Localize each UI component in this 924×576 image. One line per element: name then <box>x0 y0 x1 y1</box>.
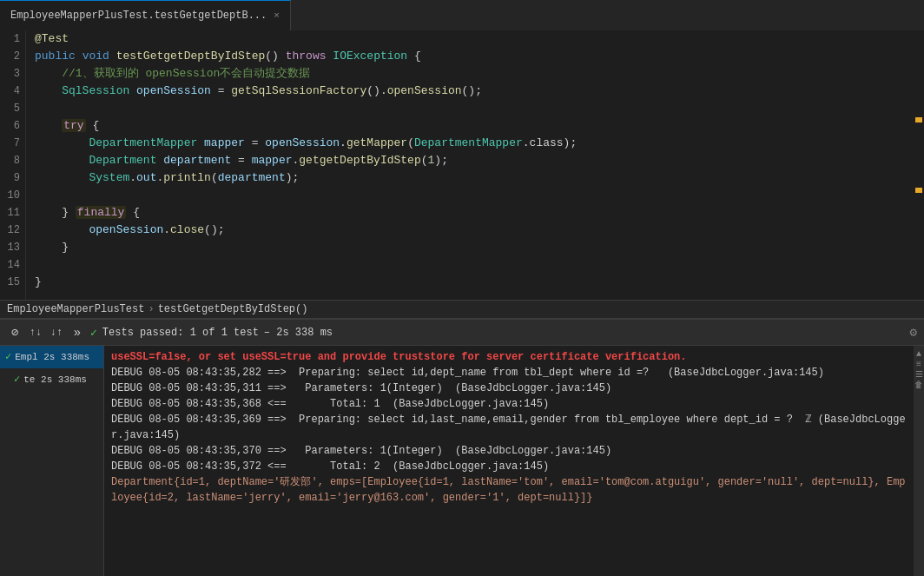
panel-body: ✓ Empl 2s 338ms ✓ te 2s 338ms useSSL=fal… <box>0 346 924 576</box>
code-line: SqlSession openSession = getSqlSessionFa… <box>35 83 924 100</box>
tests-passed-label: Tests passed: 1 of 1 test <box>102 327 259 339</box>
scroll-marker <box>915 188 922 193</box>
log-line-5: DEBUG 08-05 08:43:35,370 ==> Parameters:… <box>111 443 907 459</box>
log-line-error: useSSL=false, or set useSSL=true and pro… <box>111 349 907 365</box>
run-panel: ⊘ ↑↓ ↓↑ » ✓ Tests passed: 1 of 1 test – … <box>0 319 924 576</box>
code-line: //1、获取到的 openSession不会自动提交数据 <box>35 65 924 83</box>
settings-button[interactable]: ⚙ <box>910 325 917 340</box>
breadcrumb-separator: › <box>148 303 154 315</box>
scroll-list-icon[interactable]: ☰ <box>914 370 923 379</box>
scroll-up-icon[interactable]: ▲ <box>914 349 923 358</box>
check-icon: ✓ <box>5 348 11 366</box>
code-line: openSession.close(); <box>35 222 924 239</box>
breadcrumb: EmployeeMapperPlusTest › testGetgetDeptB… <box>0 300 924 319</box>
log-line-4: DEBUG 08-05 08:43:35,369 ==> Preparing: … <box>111 412 907 443</box>
breadcrumb-class: EmployeeMapperPlusTest <box>7 303 144 315</box>
panel-scrollbar: ▲ ≡ ☰ 🗑 <box>914 346 924 576</box>
sort-asc-button[interactable]: ↑↓ <box>28 325 43 341</box>
code-line: Department department = mapper.getgetDep… <box>35 152 924 169</box>
code-line: DepartmentMapper mapper = openSession.ge… <box>35 135 924 152</box>
log-line-result: Department{id=1, deptName='研发部', emps=[E… <box>111 474 907 506</box>
test-tree: ✓ Empl 2s 338ms ✓ te 2s 338ms <box>0 346 104 576</box>
code-line: try { <box>35 117 924 135</box>
code-line: System.out.println(department); <box>35 169 924 187</box>
active-tab[interactable]: EmployeeMapperPlusTest.testGetgetDeptB..… <box>0 0 291 30</box>
code-line: } finally { <box>35 204 924 222</box>
log-line-6: DEBUG 08-05 08:43:35,372 <== Total: 2 (B… <box>111 459 907 474</box>
run-toolbar-left: ⊘ ↑↓ ↓↑ » ✓ Tests passed: 1 of 1 test – … <box>7 325 905 341</box>
log-line-1: DEBUG 08-05 08:43:35,282 ==> Preparing: … <box>111 365 907 381</box>
editor-scrollbar[interactable] <box>914 30 924 300</box>
stop-button[interactable]: ⊘ <box>7 325 23 341</box>
code-content[interactable]: @Test public void testGetgetDeptByIdStep… <box>26 30 924 300</box>
tab-close-button[interactable]: × <box>274 10 280 21</box>
run-toolbar: ⊘ ↑↓ ↓↑ » ✓ Tests passed: 1 of 1 test – … <box>0 320 924 346</box>
tab-label: EmployeeMapperPlusTest.testGetgetDeptB..… <box>10 10 267 22</box>
code-line <box>35 256 924 274</box>
code-line: @Test <box>35 30 924 48</box>
tab-bar: EmployeeMapperPlusTest.testGetgetDeptB..… <box>0 0 924 30</box>
more-button[interactable]: » <box>69 325 85 341</box>
pass-icon: ✓ <box>90 326 97 340</box>
code-line: public void testGetgetDeptByIdStep() thr… <box>35 48 924 65</box>
sort-desc-button[interactable]: ↓↑ <box>49 325 64 341</box>
code-line: } <box>35 239 924 256</box>
run-status: ✓ Tests passed: 1 of 1 test – 2s 338 ms <box>90 326 333 340</box>
code-line <box>35 187 924 204</box>
check-icon: ✓ <box>14 371 20 388</box>
duration-label: – 2s 338 ms <box>264 327 333 339</box>
log-line-3: DEBUG 08-05 08:43:35,368 <== Total: 1 (B… <box>111 396 907 412</box>
code-editor: 1 2 3 4 5 6 7 8 9 10 11 12 13 14 15 @Tes… <box>0 30 924 300</box>
tree-item-te[interactable]: ✓ te 2s 338ms <box>0 368 103 391</box>
code-line: } <box>35 274 924 291</box>
tree-item-empl[interactable]: ✓ Empl 2s 338ms <box>0 346 103 368</box>
code-line <box>35 100 924 117</box>
scroll-trash-icon[interactable]: 🗑 <box>914 381 923 389</box>
tree-item-label: te 2s 338ms <box>23 371 87 388</box>
breadcrumb-method: testGetgetDeptByIdStep() <box>158 303 308 315</box>
scroll-marker <box>915 117 922 122</box>
log-line-2: DEBUG 08-05 08:43:35,311 ==> Parameters:… <box>111 381 907 396</box>
log-output[interactable]: useSSL=false, or set useSSL=true and pro… <box>104 346 914 576</box>
line-numbers: 1 2 3 4 5 6 7 8 9 10 11 12 13 14 15 <box>0 30 26 300</box>
scroll-filter-icon[interactable]: ≡ <box>914 360 923 368</box>
tree-item-label: Empl 2s 338ms <box>15 348 89 366</box>
